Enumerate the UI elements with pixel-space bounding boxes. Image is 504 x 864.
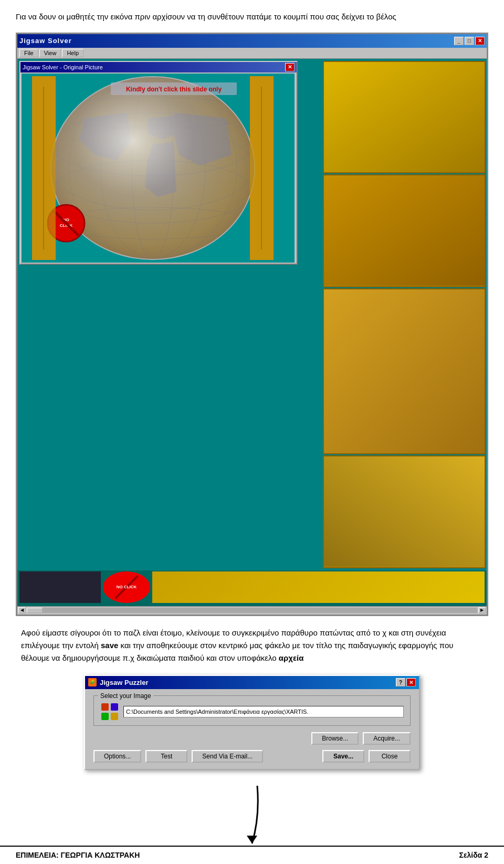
close-button[interactable]: ✕ <box>475 37 485 45</box>
orig-pic-body: Kindly don't click this slide only NO CL… <box>20 72 297 264</box>
svg-rect-29 <box>111 703 118 711</box>
bottom-left-buttons: Options... Test Send Via E-mail... <box>93 750 263 763</box>
globe-canvas: Kindly don't click this slide only NO CL… <box>22 74 295 263</box>
scroll-left-arrow[interactable]: ◀ <box>18 607 26 613</box>
outer-titlebar: Jigsaw Solver _ □ ✕ <box>17 34 487 48</box>
svg-rect-30 <box>101 713 109 720</box>
puzzler-body: Select your Image <box>85 689 419 769</box>
puzzle-app-icon-large <box>100 702 119 721</box>
toolbar-file-btn[interactable]: File <box>19 49 38 57</box>
save-word: save <box>101 641 118 650</box>
send-email-button[interactable]: Send Via E-mail... <box>192 750 263 763</box>
select-image-label: Select your Image <box>98 691 153 701</box>
browse-button[interactable]: Browse... <box>311 732 359 745</box>
svg-rect-31 <box>111 713 118 720</box>
page-footer: ΕΠΙΜΕΛΕΙΑ: ΓΕΩΡΓΙΑ ΚΛΩΣΤΡΑΚΗ Σελίδα 2 <box>0 846 504 864</box>
orig-pic-titlebar: Jigsaw Solver - Original Picture ✕ <box>20 62 297 73</box>
bottom-dark-piece <box>19 571 101 603</box>
puzzler-dialog: 🧩 Jigsaw Puzzler ? ✕ Select your Image <box>84 675 420 771</box>
puzzle-piece-2 <box>323 174 486 287</box>
horizontal-scrollbar[interactable]: ◀ ▶ <box>17 606 487 615</box>
orig-pic-close-btn[interactable]: ✕ <box>285 63 295 71</box>
select-image-group: Select your Image <box>93 695 411 726</box>
scroll-right-arrow[interactable]: ▶ <box>478 607 486 613</box>
maximize-button[interactable]: □ <box>465 37 474 45</box>
globe-svg-wrap: Kindly don't click this slide only NO CL… <box>32 76 274 263</box>
test-button[interactable]: Test <box>145 750 187 763</box>
jigsaw-viewport: Jigsaw Solver - Original Picture ✕ <box>17 59 487 570</box>
toolbar: File View Help <box>17 48 487 59</box>
minimize-button[interactable]: _ <box>454 37 464 45</box>
puzzle-piece-1 <box>323 61 486 174</box>
close-dialog-button[interactable]: Close <box>369 750 411 763</box>
svg-text:Kindly don't click this slide : Kindly don't click this slide only <box>126 86 222 93</box>
svg-rect-25 <box>324 175 485 286</box>
acquire-button[interactable]: Acquire... <box>363 732 411 745</box>
puzzle-piece-4 <box>323 455 486 568</box>
image-path-input[interactable] <box>123 706 404 717</box>
puzzler-title: Jigsaw Puzzler <box>100 678 148 688</box>
original-picture-window: Jigsaw Solver - Original Picture ✕ <box>19 61 298 265</box>
right-puzzle-panel <box>322 59 487 570</box>
footer-author: ΕΠΙΜΕΛΕΙΑ: ΓΕΩΡΓΙΑ ΚΛΩΣΤΡΑΚΗ <box>16 850 140 861</box>
orig-pic-title: Jigsaw Solver - Original Picture <box>23 63 103 72</box>
toolbar-view-btn[interactable]: View <box>39 49 61 57</box>
svg-rect-28 <box>101 703 109 711</box>
svg-rect-24 <box>324 62 485 173</box>
outer-window-title: Jigsaw Solver <box>19 36 72 46</box>
no-click-label: NO CLICK <box>117 584 137 590</box>
arxeia-word: αρχεία <box>279 653 304 662</box>
select-image-inner <box>100 702 404 721</box>
left-jigsaw-area: Jigsaw Solver - Original Picture ✕ <box>17 59 322 570</box>
puzzle-piece-3 <box>323 288 486 455</box>
svg-rect-26 <box>324 289 485 454</box>
arrow-svg <box>231 780 273 849</box>
puzzler-app-icon: 🧩 <box>88 678 97 686</box>
globe-svg: Kindly don't click this slide only NO CL… <box>32 76 274 260</box>
jigsaw-solver-window: Jigsaw Solver _ □ ✕ File View Help Jigsa… <box>16 33 488 616</box>
puzzler-titlebar: 🧩 Jigsaw Puzzler ? ✕ <box>85 676 419 690</box>
save-close-buttons: Save... Close <box>322 750 411 763</box>
save-button[interactable]: Save... <box>322 750 364 763</box>
browse-acquire-row: Browse... Acquire... <box>93 732 411 745</box>
toolbar-help-btn[interactable]: Help <box>62 49 83 57</box>
footer-page-number: Σελίδα 2 <box>459 850 489 861</box>
scroll-track <box>27 608 477 613</box>
puzzler-help-btn[interactable]: ? <box>396 678 405 686</box>
intro-paragraph: Για να δουν οι μαθητές την εικόνα πριν α… <box>16 11 488 23</box>
puzzler-close-btn[interactable]: ✕ <box>406 678 416 686</box>
window-control-buttons: _ □ ✕ <box>454 37 485 45</box>
bottom-no-click-sign: NO CLICK <box>103 571 150 603</box>
puzzler-titlebar-buttons: ? ✕ <box>396 678 416 686</box>
bottom-gold-piece <box>152 571 485 603</box>
middle-text-block: Αφού είμαστε σίγουροι ότι το παζλ είναι … <box>16 627 488 664</box>
puzzler-titlebar-left: 🧩 Jigsaw Puzzler <box>88 678 148 688</box>
options-button[interactable]: Options... <box>93 750 141 763</box>
svg-marker-32 <box>247 836 257 844</box>
svg-rect-27 <box>324 456 485 567</box>
scroll-thumb[interactable] <box>27 608 43 613</box>
puzzler-dialog-container: 🧩 Jigsaw Puzzler ? ✕ Select your Image <box>16 675 488 771</box>
bottom-strip: NO CLICK <box>17 570 487 606</box>
arrow-container <box>16 780 488 849</box>
bottom-buttons-row: Options... Test Send Via E-mail... Save.… <box>93 750 411 763</box>
